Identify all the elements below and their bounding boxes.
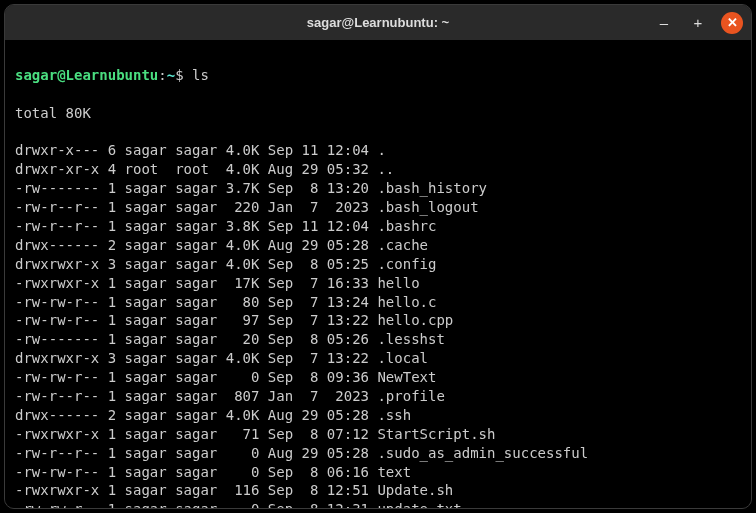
list-item: -rw-rw-r-- 1 sagar sagar 80 Sep 7 13:24 … <box>15 293 741 312</box>
list-item: drwx------ 2 sagar sagar 4.0K Aug 29 05:… <box>15 406 741 425</box>
terminal-body[interactable]: sagar@Learnubuntu:~$ ls total 80K drwxr-… <box>5 41 751 508</box>
terminal-window: sagar@Learnubuntu: ~ – + ✕ sagar@Learnub… <box>4 4 752 509</box>
list-item: drwxrwxr-x 3 sagar sagar 4.0K Sep 7 13:2… <box>15 349 741 368</box>
list-item: -rw------- 1 sagar sagar 3.7K Sep 8 13:2… <box>15 179 741 198</box>
list-item: -rw-rw-r-- 1 sagar sagar 0 Sep 8 06:16 t… <box>15 463 741 482</box>
list-item: -rwxrwxr-x 1 sagar sagar 17K Sep 7 16:33… <box>15 274 741 293</box>
prompt-line: sagar@Learnubuntu:~$ ls <box>15 66 741 85</box>
list-item: -rw-rw-r-- 1 sagar sagar 0 Sep 8 12:31 u… <box>15 500 741 509</box>
list-item: -rw------- 1 sagar sagar 20 Sep 8 05:26 … <box>15 330 741 349</box>
titlebar: sagar@Learnubuntu: ~ – + ✕ <box>5 5 751 41</box>
list-item: drwxrwxr-x 3 sagar sagar 4.0K Sep 8 05:2… <box>15 255 741 274</box>
list-item: -rwxrwxr-x 1 sagar sagar 116 Sep 8 12:51… <box>15 481 741 500</box>
list-item: drwxr-xr-x 4 root root 4.0K Aug 29 05:32… <box>15 160 741 179</box>
list-item: -rw-r--r-- 1 sagar sagar 807 Jan 7 2023 … <box>15 387 741 406</box>
list-item: -rw-r--r-- 1 sagar sagar 220 Jan 7 2023 … <box>15 198 741 217</box>
prompt-dollar: $ <box>175 67 183 83</box>
window-title: sagar@Learnubuntu: ~ <box>307 15 449 30</box>
list-item: drwxr-x--- 6 sagar sagar 4.0K Sep 11 12:… <box>15 141 741 160</box>
list-item: drwx------ 2 sagar sagar 4.0K Aug 29 05:… <box>15 236 741 255</box>
list-item: -rw-r--r-- 1 sagar sagar 0 Aug 29 05:28 … <box>15 444 741 463</box>
maximize-button[interactable]: + <box>687 12 709 34</box>
command-text: ls <box>192 67 209 83</box>
window-controls: – + ✕ <box>653 12 743 34</box>
total-line: total 80K <box>15 104 741 123</box>
prompt-user-host: sagar@Learnubuntu <box>15 67 158 83</box>
file-listing: drwxr-x--- 6 sagar sagar 4.0K Sep 11 12:… <box>15 141 741 509</box>
list-item: -rwxrwxr-x 1 sagar sagar 71 Sep 8 07:12 … <box>15 425 741 444</box>
list-item: -rw-rw-r-- 1 sagar sagar 97 Sep 7 13:22 … <box>15 311 741 330</box>
minimize-button[interactable]: – <box>653 12 675 34</box>
close-button[interactable]: ✕ <box>721 12 743 34</box>
list-item: -rw-r--r-- 1 sagar sagar 3.8K Sep 11 12:… <box>15 217 741 236</box>
prompt-path: ~ <box>167 67 175 83</box>
list-item: -rw-rw-r-- 1 sagar sagar 0 Sep 8 09:36 N… <box>15 368 741 387</box>
